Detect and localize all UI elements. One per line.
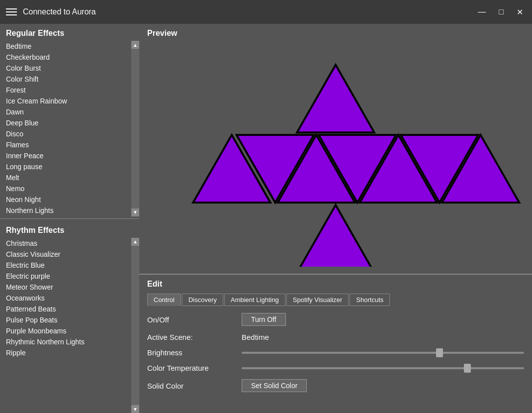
rhythm-scroll-down-arrow[interactable]: ▼ <box>131 405 139 413</box>
control-grid: On/Off Turn Off Active Scene: Bedtime Br… <box>147 313 524 392</box>
edit-section: Edit ControlDiscoveryAmbient LightingSpo… <box>139 274 532 413</box>
rhythm-effect-item[interactable]: Electric Blue <box>6 260 139 271</box>
rhythm-scroll-up-arrow[interactable]: ▲ <box>131 238 139 246</box>
regular-effect-item[interactable]: Disco <box>6 128 139 139</box>
regular-effect-item[interactable]: Melt <box>6 172 139 183</box>
sidebar-divider <box>0 218 139 219</box>
tabs: ControlDiscoveryAmbient LightingSpotify … <box>147 294 524 306</box>
tab-ambient-lighting[interactable]: Ambient Lighting <box>224 294 285 306</box>
color-temp-slider-wrapper <box>242 367 524 369</box>
tab-discovery[interactable]: Discovery <box>182 294 223 306</box>
regular-effect-item[interactable]: Neon Night <box>6 194 139 205</box>
brightness-slider-track[interactable] <box>242 352 524 354</box>
scroll-down-arrow[interactable]: ▼ <box>131 208 139 216</box>
tab-shortcuts[interactable]: Shortcuts <box>350 294 390 306</box>
rhythm-effect-item[interactable]: Christmas <box>6 238 139 249</box>
turn-off-button[interactable]: Turn Off <box>242 313 286 326</box>
set-solid-color-button[interactable]: Set Solid Color <box>242 379 307 392</box>
onoff-label: On/Off <box>147 315 237 324</box>
regular-effect-item[interactable]: Northern Lights <box>6 205 139 216</box>
svg-marker-8 <box>297 205 374 267</box>
rhythm-effect-item[interactable]: Pulse Pop Beats <box>6 314 139 325</box>
onoff-value: Turn Off <box>242 313 524 326</box>
app-title: Connected to Aurora <box>23 7 96 16</box>
color-temp-slider-track[interactable] <box>242 367 524 369</box>
regular-effect-item[interactable]: Color Burst <box>6 63 139 74</box>
scroll-up-arrow[interactable]: ▲ <box>131 41 139 49</box>
title-bar: Connected to Aurora — □ ✕ <box>0 0 532 24</box>
active-scene-value: Bedtime <box>242 333 524 341</box>
regular-effect-item[interactable]: Inner Peace <box>6 150 139 161</box>
right-panel: Preview <box>139 24 532 413</box>
regular-effect-item[interactable]: Checkerboard <box>6 52 139 63</box>
edit-title: Edit <box>147 280 524 289</box>
rhythm-effect-item[interactable]: Rhythmic Northern Lights <box>6 336 139 347</box>
active-scene-label: Active Scene: <box>147 333 237 341</box>
preview-canvas <box>147 42 524 267</box>
rhythm-effect-item[interactable]: Ripple <box>6 347 139 358</box>
regular-effect-item[interactable]: Long pause <box>6 161 139 172</box>
regular-effects-section: Regular Effects BedtimeCheckerboardColor… <box>0 24 139 216</box>
regular-effects-list: BedtimeCheckerboardColor BurstColor Shif… <box>0 41 139 216</box>
regular-effects-title: Regular Effects <box>0 24 139 41</box>
rhythm-effect-item[interactable]: Purple Moonbeams <box>6 325 139 336</box>
rhythm-effect-item[interactable]: Patterned Beats <box>6 304 139 314</box>
tab-control[interactable]: Control <box>147 294 181 306</box>
regular-effect-item[interactable]: Forest <box>6 85 139 96</box>
preview-section: Preview <box>139 24 532 274</box>
color-temp-slider-thumb[interactable] <box>464 364 471 373</box>
hamburger-icon[interactable] <box>6 8 17 15</box>
minimize-button[interactable]: — <box>475 6 489 17</box>
rhythm-effect-item[interactable]: Classic Visualizer <box>6 249 139 260</box>
rhythm-effects-list-wrapper: ChristmasClassic VisualizerElectric Blue… <box>0 238 139 413</box>
svg-marker-0 <box>297 65 374 132</box>
solid-color-value: Set Solid Color <box>242 379 524 392</box>
rhythm-effects-list: ChristmasClassic VisualizerElectric Blue… <box>0 238 139 413</box>
brightness-slider-thumb[interactable] <box>436 348 443 357</box>
rhythm-effect-item[interactable]: Electric purple <box>6 271 139 282</box>
tab-spotify-visualizer[interactable]: Spotify Visualizer <box>286 294 349 306</box>
rhythm-effect-item[interactable]: Oceanworks <box>6 293 139 304</box>
preview-svg <box>147 42 524 267</box>
close-button[interactable]: ✕ <box>514 6 526 18</box>
title-bar-right: — □ ✕ <box>475 6 526 18</box>
regular-effect-item[interactable]: Ice Cream Rainbow <box>6 96 139 106</box>
regular-effect-item[interactable]: Flames <box>6 139 139 150</box>
preview-title: Preview <box>147 29 524 38</box>
regular-effects-list-wrapper: BedtimeCheckerboardColor BurstColor Shif… <box>0 41 139 216</box>
color-temp-label: Color Temperature <box>147 364 237 372</box>
brightness-slider-wrapper <box>242 352 524 354</box>
regular-effect-item[interactable]: Dawn <box>6 106 139 117</box>
rhythm-scrollbar[interactable]: ▲ ▼ <box>131 238 139 413</box>
title-bar-left: Connected to Aurora <box>6 7 96 16</box>
regular-effect-item[interactable]: Color Shift <box>6 74 139 85</box>
main-content: Regular Effects BedtimeCheckerboardColor… <box>0 24 532 413</box>
maximize-button[interactable]: □ <box>496 6 507 17</box>
rhythm-effects-section: Rhythm Effects ChristmasClassic Visualiz… <box>0 221 139 413</box>
regular-effect-item[interactable]: Nemo <box>6 183 139 194</box>
scroll-track <box>132 49 139 208</box>
regular-effect-item[interactable]: Deep Blue <box>6 117 139 128</box>
regular-scrollbar[interactable]: ▲ ▼ <box>131 41 139 216</box>
rhythm-effect-item[interactable]: Meteor Shower <box>6 282 139 293</box>
regular-effect-item[interactable]: Bedtime <box>6 41 139 52</box>
sidebar: Regular Effects BedtimeCheckerboardColor… <box>0 24 139 413</box>
rhythm-effects-title: Rhythm Effects <box>0 221 139 238</box>
solid-color-label: Solid Color <box>147 382 237 390</box>
rhythm-scroll-track <box>132 246 139 406</box>
brightness-label: Brightness <box>147 348 237 357</box>
